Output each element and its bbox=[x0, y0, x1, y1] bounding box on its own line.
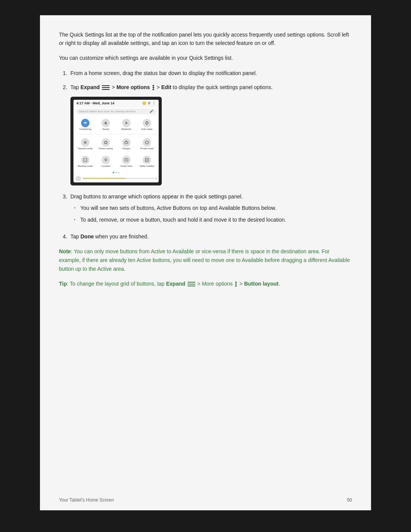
step-number-4: 4. bbox=[59, 232, 70, 241]
tip-label: Tip bbox=[59, 281, 67, 287]
tip-box: Tip: To change the layout grid of button… bbox=[59, 280, 352, 288]
ss-grid-row3: Reading mode Location bbox=[73, 153, 159, 170]
ss-status-bar: 4:17 AM - Wed, June 14 ⚙ ⋮ bbox=[73, 100, 159, 107]
note-text: : You can only move buttons from Active … bbox=[59, 248, 350, 272]
ss-grid-item-2: Bluetooth bbox=[117, 117, 136, 132]
note-box: Note: You can only move buttons from Act… bbox=[59, 247, 352, 273]
step-number-1: 1. bbox=[59, 69, 70, 77]
ss-grid-item-0: Transferring bbox=[76, 117, 95, 132]
ss-grid-icon-1 bbox=[102, 119, 110, 127]
ss-grid-icon-4 bbox=[81, 138, 89, 147]
footer-section: Your Tablet's Home Screen bbox=[59, 497, 114, 503]
ss-icon-dots: ⋮ bbox=[152, 101, 156, 105]
ss-grid-item-9: Location bbox=[96, 154, 115, 169]
ss-grid-icon-7 bbox=[143, 138, 151, 147]
svg-rect-4 bbox=[125, 142, 128, 144]
step-number-2: 2. bbox=[59, 83, 70, 91]
ss-grid-icon-5 bbox=[102, 138, 110, 147]
bullet-1: ▪ bbox=[74, 204, 80, 211]
steps-list: 1. From a home screen, drag the status b… bbox=[59, 69, 352, 241]
ss-grid-label-11: Tablet visibility bbox=[140, 165, 154, 167]
ss-slider-fill bbox=[83, 178, 125, 179]
tip-button-layout: Button layout bbox=[244, 281, 278, 287]
ss-grid-icon-3 bbox=[143, 119, 151, 127]
step-4-bold: Done bbox=[80, 233, 94, 240]
ss-time: 4:17 AM - Wed, June 14 bbox=[76, 101, 115, 105]
ss-chevron: › bbox=[155, 176, 156, 181]
page-container: The Quick Settings list at the top of th… bbox=[0, 0, 411, 532]
ss-bottom-icon bbox=[76, 176, 81, 181]
ss-grid-item-3: Auto rotate bbox=[137, 117, 156, 132]
content-box: The Quick Settings list at the top of th… bbox=[40, 15, 371, 510]
step-1: 1. From a home screen, drag the status b… bbox=[59, 69, 352, 77]
ss-grid-icon-8 bbox=[81, 156, 89, 164]
ss-grid-label-2: Bluetooth bbox=[121, 128, 131, 130]
intro-text: The Quick Settings list at the top of th… bbox=[59, 30, 352, 48]
ss-grid-icon-10 bbox=[122, 156, 131, 164]
ss-grid-item-4: Airplane mode bbox=[76, 137, 95, 151]
sub-item-2-text: To add, remove, or move a button, touch … bbox=[80, 216, 286, 224]
bullet-2: ▪ bbox=[74, 216, 80, 222]
note-label: Note bbox=[59, 248, 71, 254]
ss-grid-label-9: Location bbox=[102, 165, 110, 167]
ss-slider bbox=[83, 178, 154, 179]
ss-grid-item-7: Private mode bbox=[137, 137, 156, 151]
step-3-text: Drag buttons to arrange which options ap… bbox=[70, 193, 243, 200]
ss-grid-label-5: Power saving bbox=[99, 147, 113, 150]
ss-search-mic: 🎤 bbox=[150, 110, 153, 113]
ss-grid-item-5: Power saving bbox=[96, 137, 115, 151]
ss-grid-label-7: Private mode bbox=[140, 147, 153, 150]
step-2-content: Tap Expand > More options > Edit to disp… bbox=[70, 83, 352, 91]
ss-grid-icon-11 bbox=[143, 156, 151, 164]
svg-rect-7 bbox=[125, 159, 128, 161]
sub-list: ▪ You will see two sets of buttons, Acti… bbox=[74, 204, 352, 224]
ss-grid-label-6: Hotspot bbox=[123, 147, 131, 150]
screenshot-inner: 4:17 AM - Wed, June 14 ⚙ ⋮ Search tablet… bbox=[73, 100, 159, 182]
ss-icons: ⚙ ⋮ bbox=[142, 101, 156, 105]
ss-bottom: › bbox=[73, 175, 159, 182]
ss-grid-label-10: Smart View bbox=[121, 165, 132, 167]
ss-grid-row1: Transferring Sound bbox=[73, 116, 159, 133]
ss-grid-item-10: Smart View bbox=[117, 154, 136, 169]
sub-item-2: ▪ To add, remove, or move a button, touc… bbox=[74, 216, 352, 224]
step-3: 3. Drag buttons to arrange which options… bbox=[59, 192, 352, 227]
ss-grid-icon-2 bbox=[122, 119, 131, 127]
ss-grid-icon-0 bbox=[81, 119, 89, 127]
more-options-icon-green bbox=[235, 281, 237, 287]
expand-icon bbox=[102, 85, 110, 90]
footer-page: 50 bbox=[347, 497, 352, 503]
step-2-bold2: More options bbox=[116, 84, 150, 90]
step-4: 4. Tap Done when you are finished. bbox=[59, 232, 352, 241]
ss-search-bar: Search tablet and scan for nearby device… bbox=[76, 109, 156, 114]
step-2: 2. Tap Expand > More options > Edit to d… bbox=[59, 83, 352, 91]
svg-point-6 bbox=[105, 158, 107, 160]
ss-dots-row bbox=[73, 170, 159, 175]
ss-search-text: Search tablet and scan for nearby device… bbox=[79, 110, 135, 113]
step-4-content: Tap Done when you are finished. bbox=[70, 232, 352, 241]
ss-grid-item-6: Hotspot bbox=[117, 137, 136, 151]
screenshot-container-item: 4:17 AM - Wed, June 14 ⚙ ⋮ Search tablet… bbox=[59, 97, 352, 185]
ss-dot-active bbox=[113, 172, 114, 173]
ss-grid-item-8: Reading mode bbox=[76, 154, 95, 169]
ss-grid-item-11: Tablet visibility bbox=[137, 154, 156, 169]
more-options-icon bbox=[152, 85, 155, 90]
sub-item-1: ▪ You will see two sets of buttons, Acti… bbox=[74, 204, 352, 212]
ss-grid-row2: Airplane mode Power saving bbox=[73, 135, 159, 153]
screenshot-container: 4:17 AM - Wed, June 14 ⚙ ⋮ Search tablet… bbox=[70, 97, 162, 185]
ss-grid-label-0: Transferring bbox=[79, 128, 91, 130]
ss-grid-label-8: Reading mode bbox=[78, 165, 92, 167]
step-3-content: Drag buttons to arrange which options ap… bbox=[70, 192, 352, 227]
ss-grid-label-4: Airplane mode bbox=[78, 147, 93, 150]
ss-grid-item-1: Sound bbox=[96, 117, 115, 132]
svg-rect-5 bbox=[84, 158, 87, 161]
ss-divider bbox=[76, 134, 156, 134]
tip-expand: Expand bbox=[166, 281, 185, 287]
expand-icon-green bbox=[188, 281, 195, 287]
step-2-bold3: Edit bbox=[161, 84, 171, 90]
step-1-content: From a home screen, drag the status bar … bbox=[70, 69, 352, 77]
sub-item-1-text: You will see two sets of buttons, Active… bbox=[80, 204, 276, 212]
step-number-3: 3. bbox=[59, 192, 70, 201]
ss-grid-label-3: Auto rotate bbox=[141, 128, 152, 130]
svg-point-0 bbox=[146, 122, 148, 124]
ss-icon-circle bbox=[142, 101, 146, 105]
